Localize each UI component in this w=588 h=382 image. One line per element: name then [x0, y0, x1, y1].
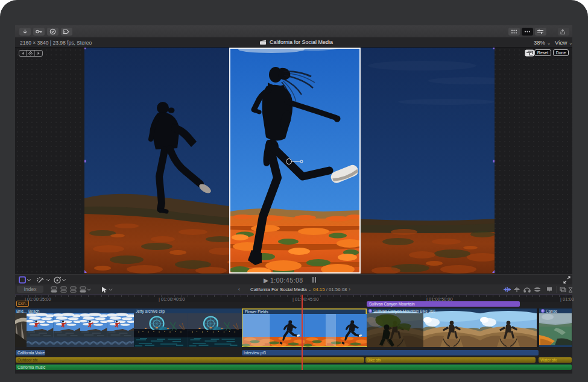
svg-text:Canoe: Canoe	[546, 309, 558, 313]
svg-text:Beach: Beach	[28, 309, 40, 313]
svg-text:Flower Fields: Flower Fields	[245, 310, 268, 314]
svg-text:Jetty archive clip: Jetty archive clip	[136, 309, 165, 314]
svg-text:Brid...: Brid...	[16, 309, 27, 313]
svg-text:Sullivan Canyon Mountain Bike: Sullivan Canyon Mountain Bike 360	[373, 309, 435, 314]
